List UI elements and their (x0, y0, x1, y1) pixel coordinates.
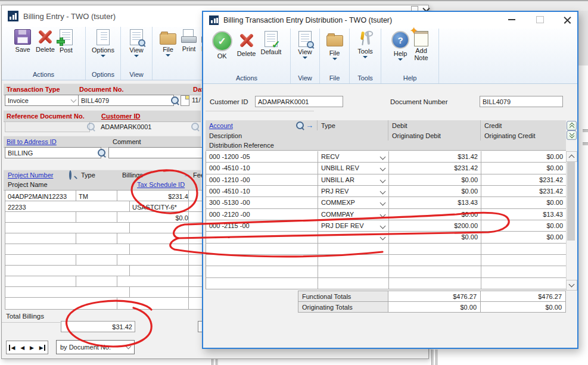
file-button[interactable]: File (157, 28, 179, 57)
project-number-link[interactable]: Project Number (8, 171, 53, 179)
search-icon[interactable] (69, 170, 71, 180)
scroll-down-row-button[interactable] (567, 130, 577, 140)
document-no-input[interactable]: BILL4079 (78, 95, 174, 106)
distribution-row[interactable]: 000 -2115 -00 PRJ DEF REV $200.00 $0.00 (206, 220, 567, 232)
file-button[interactable]: File (324, 30, 346, 60)
scrollbar-up-button[interactable] (566, 151, 577, 162)
type-cell (318, 255, 389, 266)
credit-cell: $13.43 (481, 209, 567, 220)
previous-record-button[interactable]: ◀ (20, 345, 24, 351)
expand-arrow-icon[interactable]: → (306, 121, 313, 130)
expand-arrow-icon[interactable]: → (183, 170, 191, 179)
view-button[interactable]: View (295, 30, 315, 59)
customer-id-value[interactable]: ADAMPARK0001 (101, 123, 151, 130)
help-button[interactable]: ? Help (389, 30, 412, 61)
credit-header: Credit (484, 122, 502, 129)
customer-id-link[interactable]: Customer ID (101, 113, 140, 120)
type-dropdown-icon[interactable] (380, 154, 386, 160)
next-record-button[interactable]: ▶ (30, 345, 34, 351)
credit-cell (481, 255, 567, 266)
distribution-row[interactable]: 000 -4510 -10 UNBILL REV $231.42 $0.00 (206, 163, 567, 174)
bill-to-address-id-link[interactable]: Bill to Address ID (7, 138, 57, 145)
add-note-button[interactable]: ✦ Add Note (412, 30, 431, 61)
type-dropdown-icon[interactable] (380, 235, 386, 241)
search-icon[interactable] (296, 121, 304, 129)
type-cell (318, 266, 389, 277)
scrollbar-down-button[interactable] (566, 280, 577, 291)
screen: Billing Entry - TWO (tsuter) Save Delete (0, 0, 588, 365)
delete-icon (238, 33, 255, 48)
close-icon (564, 16, 571, 24)
sort-by-dropdown[interactable]: by Document No. (56, 340, 135, 354)
distribution-row[interactable]: 000 -1210 -00 UNBILL AR $0.00 $231.42 (206, 174, 567, 186)
type-cell: UNBILL REV (318, 163, 389, 173)
post-button[interactable]: Post (57, 28, 75, 54)
date-value[interactable]: 11/ (192, 96, 200, 104)
reference-document-no-input[interactable] (5, 121, 90, 132)
default-icon: ✓ (265, 31, 278, 47)
view-button[interactable]: View (127, 28, 146, 57)
print-button[interactable]: Print (179, 28, 199, 52)
distribution-row[interactable] (206, 278, 567, 289)
type-dropdown-icon[interactable] (380, 189, 386, 195)
distribution-grid: 000 -1200 -05 RECV $31.42 $0.00 000 -451… (206, 151, 567, 289)
toolbar-group-view: View View (291, 29, 320, 83)
transaction-type-select[interactable]: Invoice (5, 95, 79, 106)
distribution-row[interactable] (206, 255, 567, 266)
scrollbar-thumb[interactable] (567, 162, 575, 241)
document-no-lookup-button[interactable] (169, 95, 180, 106)
save-button[interactable]: Save (12, 28, 33, 53)
type-cell (318, 244, 389, 254)
ok-button[interactable]: ✓ OK (210, 30, 235, 60)
scroll-up-row-button[interactable] (567, 121, 577, 130)
type-cell: COMMEXP (318, 197, 389, 208)
debit-cell: $0.00 (389, 209, 481, 220)
last-record-button[interactable]: ▶ (39, 345, 45, 351)
dropdown-caret-icon (166, 54, 170, 57)
bill-to-address-id-input[interactable]: BILLING (5, 147, 101, 158)
delete-button[interactable]: Delete (33, 28, 57, 53)
close-button[interactable] (558, 12, 576, 27)
tools-icon (357, 31, 373, 46)
functional-debit-total: $476.27 (388, 291, 481, 302)
document-no-label: Document No. (79, 86, 124, 93)
bill-to-address-lookup-button[interactable] (96, 147, 107, 158)
distribution-row[interactable]: - - $0.00 $0.00 (206, 232, 567, 243)
distribution-titlebar[interactable]: Billing Transaction Entry Distribution -… (203, 12, 577, 29)
background-window-edge-mark (583, 129, 588, 132)
type-dropdown-icon[interactable] (380, 177, 386, 183)
type-dropdown-icon[interactable] (380, 166, 386, 171)
distribution-row[interactable]: 000 -2120 -00 COMMPAY $0.00 $13.43 (206, 209, 567, 220)
project-number-cell[interactable] (5, 297, 123, 310)
options-button[interactable]: Options (89, 28, 117, 57)
group-label-options: Options (87, 70, 119, 80)
tax-schedule-id-link[interactable]: Tax Schedule ID (137, 181, 185, 188)
delete-button[interactable]: Delete (235, 30, 259, 57)
distribution-row[interactable]: 000 -1200 -05 RECV $31.42 $0.00 (206, 151, 567, 163)
tools-button[interactable]: Tools (355, 30, 375, 58)
minimize-button[interactable] (503, 12, 521, 27)
billings-cell[interactable] (117, 297, 195, 310)
comment-input[interactable] (108, 147, 206, 158)
reference-document-lookup-button[interactable] (85, 121, 96, 132)
dropdown-caret-icon (303, 57, 307, 59)
type-dropdown-icon[interactable] (380, 223, 386, 229)
maximize-button[interactable] (531, 12, 549, 27)
description-header: Description (209, 132, 242, 139)
default-button[interactable]: ✓ Default (258, 30, 284, 55)
credit-cell: $0.00 (481, 163, 567, 173)
first-record-button[interactable]: ◀ (9, 345, 15, 351)
distribution-row[interactable] (206, 244, 567, 255)
note-button[interactable] (181, 95, 189, 106)
group-label-actions: Actions (204, 74, 289, 83)
account-header-link[interactable]: Account (209, 122, 233, 129)
distribution-row[interactable]: 300 -5130 -00 COMMEXP $13.43 $0.00 (206, 197, 567, 208)
account-cell: 000 -2115 -00 (206, 220, 318, 231)
type-dropdown-icon[interactable] (380, 211, 386, 217)
customer-id-label: Customer ID (210, 98, 248, 105)
distribution-row[interactable]: 000 -4510 -10 PRJ REV $0.00 $231.42 (206, 186, 567, 197)
account-cell: 000 -2120 -00 (206, 209, 318, 220)
type-dropdown-icon[interactable] (380, 200, 386, 206)
customer-id-lookup-button[interactable] (189, 121, 200, 132)
distribution-row[interactable] (206, 266, 567, 277)
